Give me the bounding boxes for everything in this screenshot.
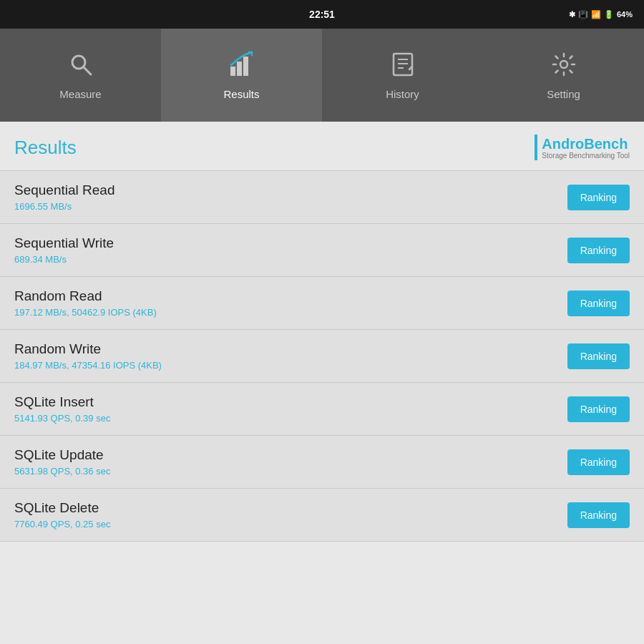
bench-info: Sequential Read1696.55 MB/s [14,182,115,212]
tab-setting[interactable]: Setting [483,29,644,122]
setting-icon [550,51,577,82]
brand-logo: AndroBench Storage Benchmarking Tool [535,135,630,160]
bench-name: SQLite Update [14,447,110,463]
results-icon [228,51,255,82]
brand-andro: Andro [542,136,584,152]
ranking-button[interactable]: Ranking [567,449,630,475]
brand-name: AndroBench [542,136,630,152]
status-time: 22:51 [309,9,335,20]
svg-rect-2 [230,67,235,76]
bench-info: SQLite Update5631.98 QPS, 0.36 sec [14,447,110,477]
brand-bench: Bench [584,136,628,152]
benchmark-row: SQLite Update5631.98 QPS, 0.36 secRankin… [0,436,644,489]
results-title: Results [14,137,77,159]
benchmark-row: Sequential Write689.34 MB/sRanking [0,224,644,277]
bench-name: SQLite Delete [14,500,110,516]
battery-percent: 64% [617,10,633,19]
svg-rect-3 [237,62,242,76]
tab-results[interactable]: Results [161,29,322,122]
bench-value: 5631.98 QPS, 0.36 sec [14,466,110,477]
bench-value: 1696.55 MB/s [14,201,115,212]
bench-name: SQLite Insert [14,394,110,410]
measure-icon [67,51,94,82]
brand-bar-accent [535,135,537,160]
bench-info: Random Write184.97 MB/s, 47354.16 IOPS (… [14,341,162,371]
bench-name: Sequential Write [14,235,114,251]
benchmark-row: Random Read197.12 MB/s, 50462.9 IOPS (4K… [0,277,644,330]
ranking-button[interactable]: Ranking [567,185,630,210]
svg-line-1 [84,67,91,74]
svg-rect-4 [243,57,248,76]
ranking-button[interactable]: Ranking [567,238,630,263]
wifi-icon: 📶 [591,10,601,19]
bench-value: 689.34 MB/s [14,254,114,265]
bench-name: Random Read [14,288,157,304]
bench-info: Sequential Write689.34 MB/s [14,235,114,265]
brand-subtitle: Storage Benchmarking Tool [542,152,630,160]
tab-setting-label: Setting [547,88,580,100]
tab-results-label: Results [223,88,259,100]
bench-value: 197.12 MB/s, 50462.9 IOPS (4KB) [14,307,157,318]
status-bar: 22:51 ✱ 📳 📶 🔋 64% [0,0,644,29]
tab-measure[interactable]: Measure [0,29,161,122]
bench-value: 184.97 MB/s, 47354.16 IOPS (4KB) [14,360,162,371]
benchmark-row: Random Write184.97 MB/s, 47354.16 IOPS (… [0,330,644,383]
svg-point-9 [560,61,567,68]
tab-history[interactable]: History [322,29,483,122]
benchmark-row: Sequential Read1696.55 MB/sRanking [0,170,644,224]
bench-info: SQLite Delete7760.49 QPS, 0.25 sec [14,500,110,530]
brand-text: AndroBench Storage Benchmarking Tool [542,136,630,160]
benchmark-list: Sequential Read1696.55 MB/sRankingSequen… [0,170,644,542]
tab-measure-label: Measure [59,88,101,100]
bench-value: 7760.49 QPS, 0.25 sec [14,519,110,530]
bench-info: SQLite Insert5141.93 QPS, 0.39 sec [14,394,110,424]
content-area: Results AndroBench Storage Benchmarking … [0,122,644,644]
benchmark-row: SQLite Insert5141.93 QPS, 0.39 secRankin… [0,383,644,436]
bench-name: Sequential Read [14,182,115,198]
bench-value: 5141.93 QPS, 0.39 sec [14,413,110,424]
ranking-button[interactable]: Ranking [567,396,630,422]
tab-bar: Measure Results [0,29,644,122]
ranking-button[interactable]: Ranking [567,343,630,369]
history-icon [389,51,416,82]
results-header: Results AndroBench Storage Benchmarking … [0,122,644,170]
bench-info: Random Read197.12 MB/s, 50462.9 IOPS (4K… [14,288,157,318]
status-icons: ✱ 📳 📶 🔋 64% [569,10,633,19]
bench-name: Random Write [14,341,162,357]
tab-history-label: History [386,88,419,100]
ranking-button[interactable]: Ranking [567,291,630,316]
battery-icon: 🔋 [604,10,614,19]
benchmark-row: SQLite Delete7760.49 QPS, 0.25 secRankin… [0,489,644,542]
phone-body: Measure Results [0,29,644,644]
bluetooth-icon: ✱ [569,10,575,19]
vibrate-icon: 📳 [578,10,588,19]
ranking-button[interactable]: Ranking [567,502,630,528]
